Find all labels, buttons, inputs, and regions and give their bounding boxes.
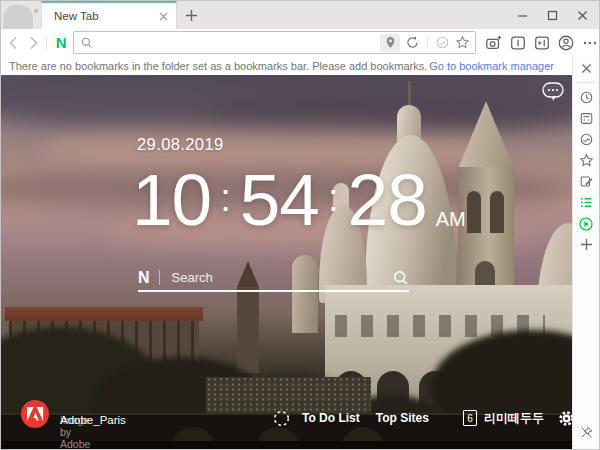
reload-icon[interactable]	[403, 34, 421, 52]
wallpaper: 29.08.2019 10 : 54 : 28 AM N Adobe_Paris…	[1, 75, 572, 449]
bookmarks-message: There are no bookmarks in the folder set…	[9, 60, 427, 72]
back-button[interactable]	[5, 33, 24, 52]
address-input[interactable]	[98, 35, 380, 51]
forward-button[interactable]	[24, 33, 43, 52]
whale-logo-dot	[34, 9, 38, 13]
wallpaper-detail	[490, 191, 504, 233]
sidebar-toggle-icon[interactable]	[508, 33, 527, 52]
sidebar-play-icon[interactable]	[573, 213, 600, 234]
naver-home-button[interactable]: N	[56, 35, 67, 50]
minimize-button[interactable]	[507, 1, 537, 29]
clock-minutes: 54	[240, 163, 319, 236]
tab-new-tab[interactable]: New Tab	[41, 1, 177, 29]
new-tab-button[interactable]	[184, 8, 199, 23]
tab-title: New Tab	[54, 10, 159, 22]
newtab-search-logo: N	[138, 269, 150, 287]
sidebar-history-icon[interactable]	[573, 87, 600, 108]
clock-meridiem: AM	[436, 208, 466, 231]
whale-logo-blob	[3, 5, 33, 31]
settings-gear-icon[interactable]	[558, 410, 572, 427]
site-shortcut-button[interactable]: 리미떼두두	[484, 410, 544, 427]
browser-window: New Tab N	[0, 0, 600, 450]
toolbar-actions	[484, 33, 599, 52]
top-sites-button[interactable]: Top Sites	[376, 411, 429, 425]
bookmark-star-icon[interactable]	[453, 34, 471, 52]
address-bar	[73, 31, 476, 54]
clock-hours: 10	[132, 163, 211, 236]
newtab-search-submit-icon[interactable]	[392, 269, 409, 286]
wallpaper-detail	[467, 191, 481, 233]
search-divider	[159, 270, 160, 285]
sidebar-unpin-icon[interactable]	[573, 422, 600, 443]
todo-list-button[interactable]: To Do List	[302, 411, 360, 425]
wallpaper-subtitle: Image by Adobe Stock	[60, 414, 90, 449]
date-display: 29.08.2019	[137, 135, 224, 154]
site-favicon-badge[interactable]: 6	[463, 410, 477, 426]
bookmark-manager-link[interactable]: Go to bookmark manager	[429, 60, 554, 72]
close-window-button[interactable]	[567, 1, 597, 29]
feedback-bubble-icon[interactable]	[541, 81, 565, 103]
newtab-search-bar: N	[138, 265, 409, 292]
sidebar-divider	[578, 82, 595, 83]
toolbar: N	[1, 29, 599, 56]
sidebar-memo-icon[interactable]	[573, 171, 600, 192]
clock-separator: :	[220, 179, 231, 217]
addressbar-separator	[427, 36, 428, 50]
sidebar	[572, 56, 599, 449]
sidebar-todo-list-icon[interactable]	[573, 192, 600, 213]
sidebar-calculator-icon[interactable]	[573, 108, 600, 129]
wallpaper-credit: Adobe_Paris Image by Adobe Stock	[21, 400, 60, 428]
sidebar-add-icon[interactable]	[573, 234, 600, 255]
title-bar: New Tab	[1, 1, 599, 29]
adobe-logo-icon[interactable]	[21, 400, 49, 428]
capture-icon[interactable]	[484, 33, 503, 52]
newtab-search-input[interactable]	[170, 269, 392, 286]
whale-page-icon[interactable]	[433, 34, 451, 52]
location-pin-icon[interactable]	[380, 34, 400, 52]
dashed-circle-icon[interactable]	[273, 410, 290, 427]
sidebar-close-icon[interactable]	[573, 58, 600, 79]
clock-display: 10 : 54 : 28 AM	[132, 163, 466, 236]
profile-icon[interactable]	[556, 33, 575, 52]
sidebar-bookmarks-icon[interactable]	[573, 150, 600, 171]
bookmarks-bar: There are no bookmarks in the folder set…	[1, 56, 572, 75]
window-controls	[507, 1, 597, 29]
newtab-dock: To Do List Top Sites 6 리미떼두두	[273, 407, 572, 429]
more-menu-icon[interactable]	[580, 33, 599, 52]
wallpaper-building	[5, 307, 203, 321]
toolbar-separator	[46, 36, 47, 50]
maximize-button[interactable]	[537, 1, 567, 29]
tab-close-icon[interactable]	[159, 12, 168, 21]
clock-seconds: 28	[348, 163, 427, 236]
search-icon	[80, 36, 93, 49]
split-window-icon[interactable]	[532, 33, 551, 52]
wallpaper-tower	[237, 287, 259, 373]
sidebar-whale-icon[interactable]	[573, 129, 600, 150]
clock-separator: :	[328, 179, 339, 217]
